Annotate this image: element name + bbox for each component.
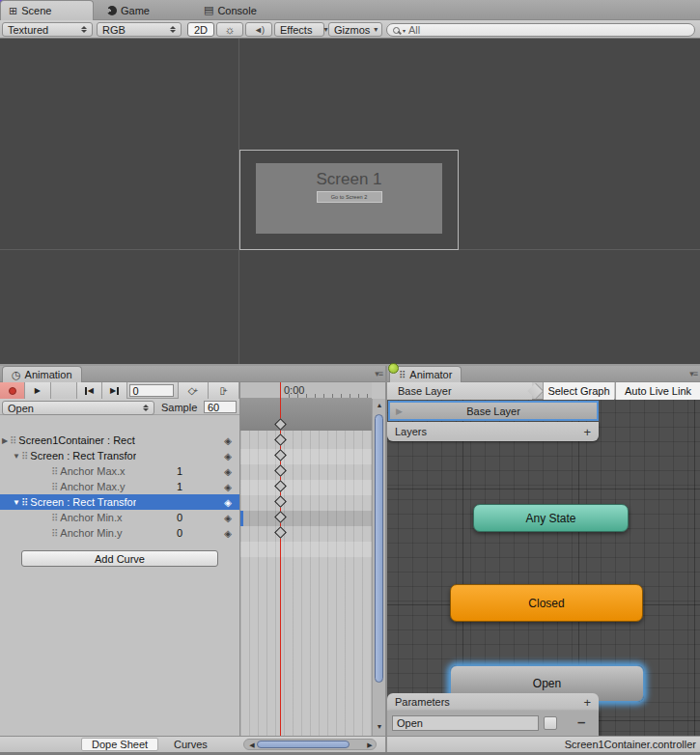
state-node-any-state[interactable]: Any State [473,504,629,532]
vertical-scrollbar-thumb[interactable] [375,414,383,683]
screen1-panel[interactable]: Screen 1 Go to Screen 2 [256,163,442,234]
animation-property-row[interactable]: ⠿ Anchor Min.x 0 ◈ [0,510,239,525]
horizontal-scrollbar-thumb[interactable] [257,741,350,748]
add-keyframe-button[interactable]: ◇ + [178,382,209,399]
remove-parameter-button[interactable]: – [577,713,585,730]
dopesheet-row-stripe [240,542,372,557]
dopesheet[interactable]: 0:00 [239,382,372,736]
spacer-button [51,382,77,399]
tab-animator[interactable]: ⠿ Animator [389,366,462,382]
scene-view[interactable]: Screen 1 Go to Screen 2 [0,39,700,364]
gizmos-dropdown[interactable]: Gizmos ▾ [328,22,382,37]
foldout-closed-icon[interactable]: ▶ [0,436,10,445]
draw-mode-dropdown[interactable]: Textured [2,22,93,37]
layer-item-base-layer[interactable]: ▶ Base Layer [388,401,599,421]
record-button[interactable] [0,382,25,399]
vertical-scrollbar[interactable]: ▲ ▼ [372,399,385,736]
curves-button[interactable]: Curves [164,738,217,751]
animation-property-row-selected[interactable]: ▼ ⠿ Screen : Rect Transfor ◈ [0,494,239,510]
animation-property-row[interactable]: ⠿ Anchor Min.y 0 ◈ [0,525,239,541]
dope-sheet-button[interactable]: Dope Sheet [81,738,158,751]
screen1-title: Screen 1 [256,170,442,189]
rect-transform-icon: ⠿ [51,466,58,477]
breadcrumb-base-layer[interactable]: Base Layer [387,382,532,400]
parameter-name-input[interactable]: Open [392,715,539,731]
state-node-closed[interactable]: Closed [450,584,643,622]
dropdown-arrows-icon [81,26,87,33]
sample-label: Sample [161,402,197,413]
dopesheet-grid[interactable] [240,399,372,736]
dropdown-arrows-icon [170,26,176,33]
rect-transform-icon: ⠿ [10,435,16,446]
state-machine-graph[interactable]: ▶ Base Layer Layers + Any State Closed O… [387,400,700,736]
panel-menu-icon[interactable]: ▾≡ [689,369,697,378]
foldout-open-icon[interactable]: ▼ [12,452,21,461]
rect-transform-icon: ⠿ [51,482,58,492]
foldout-open-icon[interactable]: ▼ [12,498,21,507]
timeline-ruler[interactable]: 0:00 [240,382,372,399]
lighting-toggle-button[interactable]: ☼ [216,22,243,37]
auto-live-link-button[interactable]: Auto Live Link [615,382,700,400]
go-to-screen2-button[interactable]: Go to Screen 2 [317,191,382,203]
first-frame-button[interactable]: ◀ [77,382,102,399]
add-event-button[interactable]: ▯ + [209,382,239,399]
add-parameter-button[interactable]: + [583,695,591,710]
toggle-2d-button[interactable]: 2D [187,22,214,37]
tab-game[interactable]: Game [99,0,157,20]
key-diamond-icon[interactable]: ◈ [224,497,232,508]
selected-row-marker [240,511,243,526]
scroll-up-icon[interactable]: ▲ [375,402,384,408]
animation-property-row[interactable]: ▶ ⠿ Screen1Container : Rect ◈ [0,433,239,448]
select-graph-button[interactable]: Select Graph [543,382,614,400]
key-diamond-icon[interactable]: ◈ [224,528,232,539]
key-diamond-icon[interactable]: ◈ [224,513,232,523]
effects-dropdown[interactable]: Effects ▾ [274,22,324,37]
play-button[interactable]: ▶ [25,382,50,399]
key-diamond-icon[interactable]: ◈ [224,451,232,461]
unity-editor-window: ⊞ Scene Game ▤ Console Textured RGB 2D ☼ [0,0,700,755]
search-filter-caret-icon: ▾ [403,27,406,34]
scroll-right-icon[interactable]: ▶ [365,741,375,749]
layers-header[interactable]: Layers + [387,422,599,441]
chevron-down-icon: ▾ [374,25,378,34]
controller-path-label: Screen1Container.controller [565,739,696,750]
animation-property-row[interactable]: ⠿ Anchor Max.x 1 ◈ [0,463,239,479]
search-icon [393,27,400,34]
parameter-bool-checkbox[interactable] [544,716,557,730]
tab-scene[interactable]: ⊞ Scene [0,0,94,20]
animation-property-row[interactable]: ⠿ Anchor Max.y 1 ◈ [0,479,239,494]
layer-play-icon: ▶ [396,406,403,416]
clock-icon: ◷ [12,369,21,381]
render-mode-dropdown[interactable]: RGB [97,22,182,37]
add-curve-button[interactable]: Add Curve [21,550,218,567]
key-diamond-icon[interactable]: ◈ [224,466,232,477]
scene-search-input[interactable]: ▾ All [386,23,695,37]
key-diamond-icon[interactable]: ◈ [224,435,232,446]
horizontal-scrollbar[interactable]: ◀ ▶ [243,739,377,750]
parameters-header[interactable]: Parameters + [387,693,599,711]
add-layer-button[interactable]: + [583,425,591,439]
scene-grid-icon: ⊞ [9,5,17,17]
parameter-row: Open – [387,711,599,736]
rect-transform-icon: ⠿ [21,497,28,508]
next-frame-button[interactable]: ▶ [102,382,127,399]
panel-menu-icon[interactable]: ▾≡ [375,369,382,378]
dopesheet-row-stripe [240,480,372,495]
ruler-ticks [280,394,372,398]
animation-tab-bar: ◷ Animation ▾≡ [0,366,385,382]
console-icon: ▤ [204,4,213,16]
sample-rate-input[interactable]: 60 [204,401,237,413]
draw-mode-label: Textured [8,24,48,36]
first-frame-icon: ◀ [85,386,94,395]
scroll-down-icon[interactable]: ▼ [375,723,384,730]
clip-bar: Open Sample 60 [0,399,239,415]
tab-animation[interactable]: ◷ Animation [2,366,82,382]
audio-toggle-button[interactable]: ◄) [245,22,272,37]
scroll-left-icon[interactable]: ◀ [247,741,257,749]
tab-console[interactable]: ▤ Console [196,0,265,20]
clip-dropdown[interactable]: Open [2,401,154,415]
current-frame-input[interactable]: 0 [129,384,174,397]
key-diamond-icon[interactable]: ◈ [224,482,232,492]
animation-property-row[interactable]: ▼ ⠿ Screen : Rect Transfor ◈ [0,448,239,463]
rect-transform-icon: ⠿ [51,528,58,539]
